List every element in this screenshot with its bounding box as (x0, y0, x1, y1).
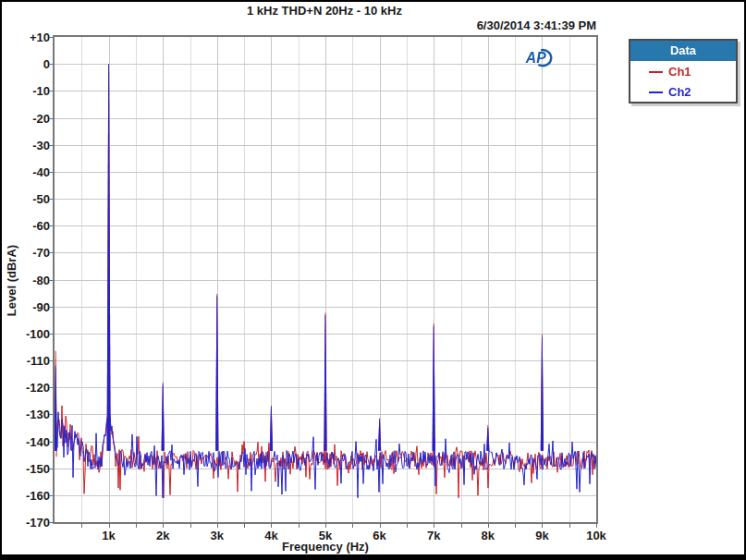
x-tick-mark (352, 524, 353, 528)
x-tick-mark (163, 524, 164, 528)
legend-item-label: Ch1 (668, 65, 691, 79)
x-tick-mark (81, 524, 82, 528)
y-tick-mark (49, 414, 53, 415)
x-tick-mark (434, 524, 434, 528)
y-tick-mark (49, 118, 53, 119)
y-tick-mark (49, 387, 53, 388)
y-tick-label: -60 (11, 219, 50, 233)
y-tick-label: -110 (11, 354, 50, 368)
y-tick-label: -80 (11, 273, 50, 286)
y-tick-mark (49, 307, 53, 308)
y-tick-mark (49, 469, 53, 469)
y-tick-mark (49, 522, 53, 523)
x-tick-mark (299, 524, 300, 528)
y-tick-mark (49, 172, 53, 173)
y-tick-label: -30 (11, 138, 50, 152)
legend-line-swatch (649, 91, 663, 93)
x-tick-mark (325, 524, 326, 528)
y-tick-label: -90 (11, 299, 50, 313)
y-tick-mark (49, 225, 53, 226)
ap-logo-icon: AP (524, 47, 556, 68)
legend-item-ch2[interactable]: Ch2 (630, 81, 736, 102)
y-tick-label: -120 (11, 381, 50, 395)
y-tick-mark (49, 37, 53, 38)
y-tick-label: +10 (11, 30, 50, 44)
x-tick-mark (244, 524, 245, 528)
x-axis-title: Frequency (Hz) (53, 540, 598, 554)
x-tick-mark (380, 524, 381, 528)
y-tick-label: -10 (11, 84, 50, 98)
legend-line-swatch (649, 71, 663, 73)
y-tick-label: -160 (11, 488, 50, 502)
x-tick-mark (217, 524, 218, 528)
x-tick-mark (515, 524, 516, 528)
y-tick-mark (49, 199, 53, 200)
x-tick-mark (569, 524, 570, 528)
y-tick-mark (49, 280, 53, 281)
y-tick-mark (49, 64, 53, 65)
x-tick-mark (190, 524, 191, 528)
y-tick-label: -20 (11, 111, 50, 125)
y-tick-mark (49, 91, 53, 91)
x-tick-mark (271, 524, 272, 528)
x-tick-mark (461, 524, 462, 528)
y-tick-label: -50 (11, 192, 50, 206)
x-tick-mark (136, 524, 137, 528)
legend-item-ch1[interactable]: Ch1 (630, 61, 736, 81)
legend-item-label: Ch2 (668, 85, 691, 99)
graph-panel: 1 kHz THD+N 20Hz - 10 kHz 6/30/2014 3:41… (0, 0, 746, 560)
x-tick-mark (596, 524, 597, 528)
y-tick-mark (49, 334, 53, 335)
plot-canvas[interactable] (55, 37, 596, 522)
chart-title: 1 kHz THD+N 20Hz - 10 kHz (53, 4, 596, 18)
y-tick-mark (49, 360, 53, 361)
y-tick-label: -140 (11, 434, 50, 448)
x-tick-mark (488, 524, 489, 528)
y-tick-mark (49, 145, 53, 146)
y-tick-label: -150 (11, 461, 50, 475)
timestamp: 6/30/2014 3:41:39 PM (53, 18, 596, 32)
y-tick-label: -170 (11, 516, 50, 530)
legend-body: Ch1Ch2 (630, 61, 736, 102)
y-tick-label: -100 (11, 326, 50, 340)
legend: Data Ch1Ch2 (629, 39, 738, 103)
x-tick-mark (109, 524, 110, 528)
ap-logo-text: AP (525, 50, 546, 66)
y-tick-label: -70 (11, 246, 50, 260)
y-tick-label: -40 (11, 164, 50, 178)
y-tick-mark (49, 442, 53, 443)
plot-area[interactable]: AP (53, 35, 598, 524)
y-tick-label: -130 (11, 408, 50, 421)
x-tick-mark (407, 524, 408, 528)
legend-header: Data (630, 41, 736, 61)
y-tick-label: 0 (11, 57, 50, 71)
y-tick-mark (49, 252, 53, 253)
y-tick-mark (49, 495, 53, 496)
x-tick-mark (542, 524, 543, 528)
